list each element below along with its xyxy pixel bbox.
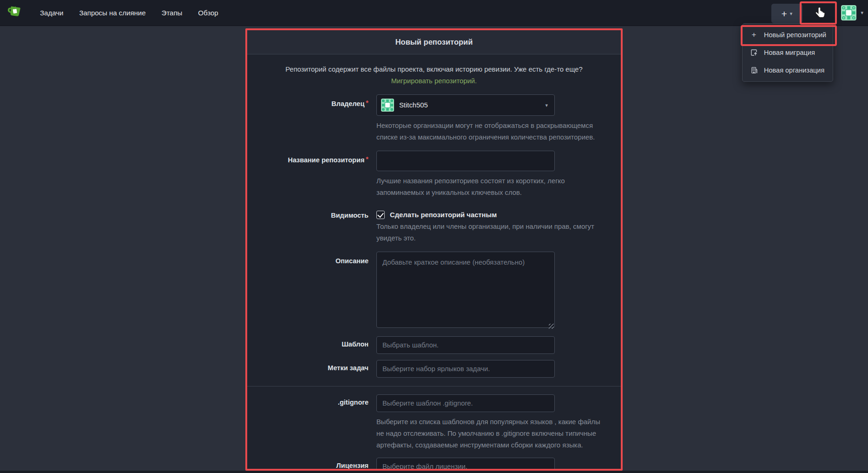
gitignore-input[interactable] xyxy=(376,394,555,412)
gitignore-row: .gitignore Выберите из списка шаблонов д… xyxy=(247,394,621,451)
private-checkbox-label[interactable]: Сделать репозиторий частным xyxy=(390,211,497,219)
navbar: Задачи Запросы на слияние Этапы Обзор + … xyxy=(0,0,868,26)
bottom-strip xyxy=(0,471,868,473)
required-asterisk: * xyxy=(366,99,368,107)
repo-name-input[interactable] xyxy=(376,151,555,171)
visibility-row: Видимость Сделать репозиторий частным То… xyxy=(247,208,621,244)
owner-row: Владелец* Stitc xyxy=(247,94,621,143)
menu-item-label: Новый репозиторий xyxy=(764,31,826,39)
gitea-logo-icon[interactable] xyxy=(6,5,24,21)
nav-item-issues[interactable]: Задачи xyxy=(40,9,63,17)
private-checkbox[interactable] xyxy=(376,211,385,219)
template-row: Шаблон xyxy=(247,336,621,354)
owner-avatar xyxy=(381,99,394,112)
repo-name-label-text: Название репозитория xyxy=(288,156,364,164)
license-label: Лицензия xyxy=(247,458,368,469)
nav-item-explore[interactable]: Обзор xyxy=(198,9,218,17)
migration-icon xyxy=(750,49,758,56)
migrate-repository-link[interactable]: Мигрировать репозиторий. xyxy=(391,77,477,85)
organization-icon xyxy=(750,67,758,74)
form-title: Новый репозиторий xyxy=(247,30,621,54)
template-input[interactable] xyxy=(376,336,555,354)
user-menu-button[interactable]: ▾ xyxy=(841,5,863,20)
menu-item-new-migration[interactable]: Новая миграция xyxy=(743,44,833,61)
description-row: Описание xyxy=(247,252,621,330)
repo-name-help: Лучшие названия репозиториев состоят из … xyxy=(376,175,603,199)
issue-labels-input[interactable] xyxy=(376,360,555,378)
gitignore-label: .gitignore xyxy=(247,394,368,451)
plus-icon: + xyxy=(750,30,758,40)
owner-caret-down-icon: ▾ xyxy=(545,103,548,108)
nav-item-pull-requests[interactable]: Запросы на слияние xyxy=(79,9,145,17)
menu-item-label: Новая организация xyxy=(764,67,824,74)
menu-item-new-repository[interactable]: + Новый репозиторий xyxy=(743,26,833,44)
owner-label: Владелец* xyxy=(247,94,368,143)
owner-value: Stitch505 xyxy=(399,101,428,109)
repo-name-label: Название репозитория* xyxy=(247,151,368,199)
plus-icon: + xyxy=(782,9,787,19)
create-menu: + Новый репозиторий Новая миграция Новая… xyxy=(742,23,833,82)
owner-label-text: Владелец xyxy=(331,100,364,107)
issue-labels-label: Метки задач xyxy=(247,360,368,378)
required-asterisk: * xyxy=(366,155,368,163)
gitignore-help: Выберите из списка шаблонов для популярн… xyxy=(376,416,603,451)
form-body: Репозиторий содержит все файлы проекта, … xyxy=(247,54,621,469)
section-divider xyxy=(247,386,621,386)
repo-name-row: Название репозитория* Лучшие названия ре… xyxy=(247,151,621,199)
visibility-label: Видимость xyxy=(247,208,368,244)
user-avatar xyxy=(841,5,856,20)
caret-down-icon: ▾ xyxy=(790,11,793,16)
owner-help: Некоторые организации могут не отображат… xyxy=(376,120,603,143)
issue-labels-row: Метки задач xyxy=(247,360,621,378)
menu-item-new-organization[interactable]: Новая организация xyxy=(743,61,833,79)
template-label: Шаблон xyxy=(247,336,368,354)
avatar-caret-down-icon: ▾ xyxy=(861,10,863,15)
description-textarea[interactable] xyxy=(376,252,555,328)
owner-select[interactable]: Stitch505 ▾ xyxy=(376,94,555,116)
create-new-button[interactable]: + ▾ xyxy=(771,4,802,23)
description-label: Описание xyxy=(247,252,368,330)
new-repository-form: Новый репозиторий Репозиторий содержит в… xyxy=(247,30,621,469)
intro-text-main: Репозиторий содержит все файлы проекта, … xyxy=(285,66,583,73)
license-input[interactable] xyxy=(376,458,555,469)
license-row: Лицензия Лицензия определяет, что другие… xyxy=(247,458,621,469)
intro-text: Репозиторий содержит все файлы проекта, … xyxy=(274,64,594,87)
menu-item-label: Новая миграция xyxy=(764,49,815,56)
nav-item-milestones[interactable]: Этапы xyxy=(162,9,183,17)
visibility-help: Только владелец или члены организации, п… xyxy=(376,221,603,244)
